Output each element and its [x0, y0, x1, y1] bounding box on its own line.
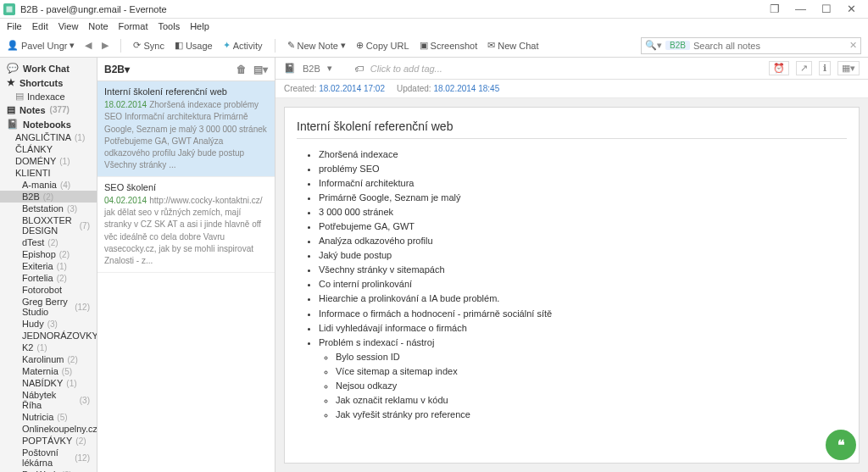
menu-edit[interactable]: Edit — [32, 21, 48, 31]
sidebar-shortcuts[interactable]: ★Shortcuts — [0, 75, 97, 90]
sidebar-item-greg-berry-studio[interactable]: Greg Berry Studio (12) — [0, 296, 97, 318]
sidebar-item-jednor-zovky[interactable]: JEDNORÁZOVKY (56) — [0, 330, 97, 342]
bullet-item: Hiearchie a prolinkování a IA bude probl… — [319, 292, 847, 306]
note-list: B2B▾ 🗑 ▤▾ Interní školení referenční web… — [97, 58, 275, 472]
bullet-item: Problém s indexací - nástrojBylo session… — [319, 336, 847, 422]
activity-button[interactable]: ✦Activity — [223, 40, 263, 51]
sidebar-item-betstation[interactable]: Betstation (3) — [0, 203, 97, 214]
sidebar-item-hudy[interactable]: Hudy (3) — [0, 318, 97, 330]
sidebar-item-karolinum[interactable]: Karolinum (2) — [0, 353, 97, 365]
maximize-icon[interactable]: ☐ — [821, 3, 832, 15]
sidebar-item-fortelia[interactable]: Fortelia (2) — [0, 272, 97, 284]
bullet-item: Potřebujeme GA, GWT — [319, 219, 847, 234]
sub-bullet-item: Jak označit reklamu v kódu — [336, 393, 847, 408]
sidebar-item--l-nky[interactable]: ČLÁNKY — [0, 143, 97, 155]
menu-view[interactable]: View — [58, 21, 79, 31]
sub-bullet-item: Jak vyřešit stránky pro reference — [336, 408, 847, 422]
sidebar-item-onlinekoupelny-cz[interactable]: Onlinekoupelny.cz (3) — [0, 423, 97, 435]
sidebar-item-popt-vky[interactable]: POPTÁVKY (2) — [0, 435, 97, 447]
notelist-title[interactable]: B2B — [104, 64, 125, 75]
sidebar-item-dtest[interactable]: dTest (2) — [0, 236, 97, 248]
sidebar-item-exiteria[interactable]: Exiteria (1) — [0, 260, 97, 272]
sidebar-notebooks[interactable]: 📓Notebooks — [0, 117, 97, 131]
chevron-down-icon[interactable]: ▾ — [125, 64, 130, 75]
menu-help[interactable]: Help — [190, 21, 209, 31]
note-created: 18.02.2014 17:02 — [319, 84, 385, 93]
sidebar-workchat[interactable]: 💬Work Chat — [0, 61, 97, 75]
sidebar-item-prowork[interactable]: ProWork (3) — [0, 469, 97, 472]
search-input[interactable] — [693, 41, 846, 51]
new-note-button[interactable]: ✎New Note▾ — [287, 40, 346, 51]
trash-icon[interactable]: 🗑 — [236, 64, 247, 75]
note-updated: 18.02.2014 18:45 — [433, 84, 499, 93]
user-icon: 👤 — [7, 40, 19, 51]
new-chat-button[interactable]: ✉New Chat — [487, 40, 538, 51]
note-card[interactable]: SEO školení04.02.2014 http://www.cocky-k… — [97, 177, 275, 273]
menu-file[interactable]: File — [7, 21, 22, 31]
activity-icon: ✦ — [223, 40, 231, 51]
notebook-icon: 📓 — [7, 119, 19, 130]
more-icon[interactable]: ▦▾ — [837, 61, 860, 75]
note-title[interactable]: Interní školení referenční web — [297, 119, 847, 139]
sidebar-item-nab-dky[interactable]: NABÍDKY (1) — [0, 377, 97, 389]
share-icon[interactable]: ↗ — [796, 61, 812, 75]
sub-bullet-item: Bylo session ID — [336, 350, 847, 364]
copy-url-button[interactable]: ⊕Copy URL — [356, 40, 409, 51]
sync-button[interactable]: ⟳Sync — [133, 40, 164, 51]
chevron-down-icon: ▾ — [327, 63, 332, 74]
note-body[interactable]: Interní školení referenční web Zhoršená … — [284, 107, 860, 464]
restore-icon[interactable]: ❐ — [770, 3, 780, 15]
menu-bar: File Edit View Note Format Tools Help — [0, 19, 868, 34]
sidebar-item-n-bytek-ha[interactable]: Nábytek Říha (3) — [0, 389, 97, 411]
reminder-icon[interactable]: ⏰ — [769, 61, 789, 75]
screenshot-button[interactable]: ▣Screenshot — [420, 40, 478, 51]
sidebar-item-po-tovn-l-k-rna[interactable]: Poštovní lékárna (12) — [0, 447, 97, 469]
camera-icon: ▣ — [420, 40, 428, 51]
sidebar-item-klienti[interactable]: KLIENTI — [0, 167, 97, 179]
menu-tools[interactable]: Tools — [158, 21, 180, 31]
sidebar-notes[interactable]: ▤Notes (377) — [0, 103, 97, 117]
menu-format[interactable]: Format — [119, 21, 148, 31]
bullet-item: Informační architektura — [319, 176, 847, 191]
bullet-item: Zhoršená indexace — [319, 147, 847, 162]
note-notebook[interactable]: B2B — [303, 64, 320, 74]
sidebar-item-k2[interactable]: K2 (1) — [0, 342, 97, 353]
sidebar-item-dom-ny[interactable]: DOMÉNY (1) — [0, 155, 97, 167]
note-card[interactable]: Interní školení referenční web18.02.2014… — [97, 81, 275, 177]
sidebar-item-nutricia[interactable]: Nutricia (5) — [0, 411, 97, 423]
hangouts-fab[interactable]: ❝ — [826, 430, 856, 460]
sidebar-item-maternia[interactable]: Maternia (5) — [0, 365, 97, 377]
bullet-item: Analýza odkazového profilu — [319, 234, 847, 248]
search-box[interactable]: 🔍▾ B2B ✕ — [641, 37, 861, 54]
star-icon: ★ — [7, 77, 15, 88]
usage-button[interactable]: ◧Usage — [175, 40, 213, 51]
sidebar-item-angli-tina[interactable]: ANGLIČTINA (1) — [0, 131, 97, 143]
search-filter-tag[interactable]: B2B — [665, 41, 690, 50]
clear-search-icon[interactable]: ✕ — [849, 40, 857, 51]
chevron-down-icon: ▾ — [70, 40, 75, 51]
info-icon[interactable]: ℹ — [819, 61, 831, 75]
notes-icon: ▤ — [7, 104, 15, 115]
link-icon: ⊕ — [356, 40, 364, 51]
sidebar-item-fotorobot[interactable]: Fotorobot — [0, 284, 97, 296]
menu-note[interactable]: Note — [88, 21, 108, 31]
sidebar-shortcut-indexace[interactable]: ▤Indexace — [0, 90, 97, 103]
nav-forward-icon[interactable]: ▶ — [102, 40, 108, 51]
nav-back-icon[interactable]: ◀ — [85, 40, 92, 51]
sub-bullet-item: Nejsou odkazy — [336, 379, 847, 393]
user-menu[interactable]: 👤Pavel Ungr▾ — [7, 40, 75, 51]
minimize-icon[interactable]: — — [795, 3, 806, 15]
close-icon[interactable]: ✕ — [847, 3, 856, 15]
bullet-item: problémy SEO — [319, 162, 847, 176]
window-title: B2B - pavel@ungr.email - Evernote — [20, 4, 167, 14]
sidebar-item-a-mania[interactable]: A-mania (4) — [0, 179, 97, 191]
sidebar-item-epishop[interactable]: Epishop (2) — [0, 248, 97, 260]
bullet-item: Lidi vyhledávají informace o firmách — [319, 321, 847, 336]
listview-icon[interactable]: ▤▾ — [253, 64, 268, 75]
newnote-icon: ✎ — [287, 40, 295, 51]
sidebar: 💬Work Chat ★Shortcuts ▤Indexace ▤Notes (… — [0, 58, 97, 472]
sidebar-item-bloxxter-design[interactable]: BLOXXTER DESIGN (7) — [0, 214, 97, 236]
sub-bullet-item: Více sitemap a sitemap index — [336, 364, 847, 379]
add-tag-prompt[interactable]: Click to add tag... — [370, 64, 442, 74]
sidebar-item-b2b[interactable]: B2B (2) — [0, 191, 97, 203]
